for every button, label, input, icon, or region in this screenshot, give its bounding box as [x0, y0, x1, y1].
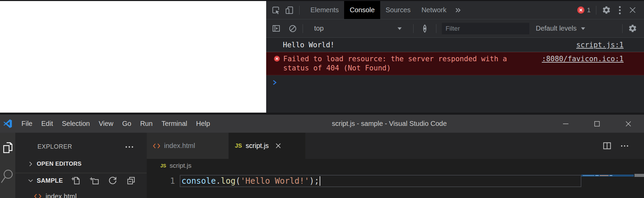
open-editors-section[interactable]: OPEN EDITORS [15, 159, 147, 169]
divider [413, 24, 414, 33]
error-line-1: Failed to load resource: the server resp… [283, 55, 507, 63]
collapse-all-icon[interactable] [126, 176, 136, 185]
chevron-down-icon [28, 178, 34, 184]
vscode-window: File Edit Selection View Go Run Terminal… [0, 113, 644, 198]
open-editors-label: OPEN EDITORS [37, 161, 82, 167]
code-token: ); [309, 176, 319, 186]
menu-file[interactable]: File [17, 120, 37, 128]
context-selector-dropdown[interactable]: top [308, 24, 408, 32]
dropdown-arrow-icon [581, 27, 585, 30]
code-token: . [216, 176, 221, 186]
minimize-button[interactable] [550, 115, 581, 133]
menu-selection[interactable]: Selection [58, 120, 94, 128]
divider [622, 24, 623, 33]
minimap-current-line [581, 175, 634, 177]
code-token: log [221, 176, 236, 186]
error-badge-icon[interactable] [577, 6, 584, 14]
menu-view[interactable]: View [94, 120, 118, 128]
devtools-tabbar-right: 1 [577, 5, 644, 15]
explorer-icon[interactable] [2, 142, 13, 153]
divider [596, 6, 596, 15]
window-close-button[interactable] [613, 115, 644, 133]
folder-section-sample[interactable]: SAMPLE [15, 174, 147, 187]
context-selector-value: top [314, 24, 324, 32]
explorer-more-actions-icon[interactable] [125, 146, 134, 148]
menu-run[interactable]: Run [136, 120, 157, 128]
error-circle-icon [274, 56, 280, 62]
menu-edit[interactable]: Edit [37, 120, 57, 128]
editor-group: index.html JS script.js [147, 133, 644, 198]
browser-viewport[interactable] [0, 1, 266, 113]
explorer-actions [71, 176, 136, 185]
tab-script-js[interactable]: JS script.js [229, 133, 305, 159]
code-editor[interactable]: 1 console.log('Hello World!'); [147, 172, 644, 198]
menu-help[interactable]: Help [192, 120, 214, 128]
prompt-chevron-icon [273, 80, 277, 85]
divider [299, 6, 300, 15]
dropdown-arrow-icon [397, 27, 402, 30]
html-icon [34, 193, 42, 198]
maximize-button[interactable] [581, 115, 613, 133]
menu-go[interactable]: Go [118, 120, 136, 128]
code-line-1: 1 console.log('Hello World!'); [147, 175, 644, 187]
new-folder-icon[interactable] [90, 176, 99, 185]
devtools-tab-sources[interactable]: Sources [380, 1, 416, 19]
js-icon: JS [160, 163, 166, 168]
more-actions-icon[interactable] [621, 145, 629, 147]
file-item-index-html[interactable]: index.html [15, 191, 147, 198]
more-tabs-icon[interactable] [454, 6, 462, 14]
breadcrumb[interactable]: JS script.js [147, 159, 644, 172]
text-cursor [320, 176, 320, 186]
overview-ruler-cursor-marker[interactable] [634, 174, 644, 177]
divider [436, 24, 436, 33]
divider [303, 24, 303, 33]
console-sidebar-icon[interactable] [272, 24, 281, 33]
window-controls [550, 115, 644, 133]
console-prompt[interactable] [266, 75, 644, 85]
current-line[interactable]: console.log('Hello World!'); [180, 175, 581, 187]
sidebar-divider [15, 173, 147, 173]
vscode-main: EXPLORER OPEN EDITORS SAMPLE [0, 133, 644, 198]
activity-bar [0, 133, 15, 198]
tab-index-html[interactable]: index.html [147, 133, 229, 159]
inspect-element-icon[interactable] [271, 6, 280, 15]
clear-console-icon[interactable] [288, 24, 297, 33]
console-source-link[interactable]: script.js:1 [576, 41, 624, 49]
console-settings-gear-icon[interactable] [628, 24, 637, 33]
editor-actions [602, 133, 644, 159]
vscode-logo-icon [3, 119, 12, 128]
refresh-icon[interactable] [108, 176, 117, 185]
vscode-titlebar: File Edit Selection View Go Run Terminal… [0, 115, 644, 133]
new-file-icon[interactable] [71, 176, 81, 185]
devtools-close-icon[interactable] [629, 6, 637, 14]
kebab-menu-icon[interactable] [618, 5, 621, 15]
breadcrumb-file[interactable]: script.js [170, 162, 191, 169]
tab-close-icon[interactable] [275, 143, 281, 149]
devtools-tab-network[interactable]: Network [416, 1, 452, 19]
error-message-text: Failed to load resource: the server resp… [283, 54, 507, 73]
devtools-tab-console[interactable]: Console [344, 1, 380, 19]
error-count: 1 [587, 6, 591, 14]
minimap[interactable] [581, 172, 634, 198]
explorer-sidebar: EXPLORER OPEN EDITORS SAMPLE [15, 133, 147, 198]
device-toolbar-icon[interactable] [285, 6, 294, 15]
search-icon[interactable] [1, 169, 15, 183]
screenshot-root: Elements Console Sources Network 1 [0, 0, 644, 198]
devtools-settings-gear-icon[interactable] [602, 5, 611, 15]
menu-terminal[interactable]: Terminal [157, 120, 192, 128]
explorer-header: EXPLORER [15, 143, 147, 150]
devtools-tab-elements[interactable]: Elements [305, 1, 344, 19]
devtools-tabbar: Elements Console Sources Network 1 [266, 1, 644, 19]
chevron-right-icon [28, 161, 34, 167]
code-token: console [181, 176, 216, 186]
code-token: 'Hello World!' [240, 176, 309, 186]
console-filter-input[interactable] [442, 23, 529, 34]
console-message-text: Hello World! [283, 41, 335, 49]
js-icon: JS [235, 143, 242, 149]
console-source-link[interactable]: :8080/favicon.ico:1 [542, 54, 624, 64]
split-editor-icon[interactable] [602, 141, 612, 150]
html-icon [153, 143, 160, 149]
log-levels-dropdown[interactable]: Default levels [536, 24, 585, 32]
live-expression-eye-icon[interactable] [420, 23, 430, 34]
tab-label: script.js [246, 142, 269, 150]
